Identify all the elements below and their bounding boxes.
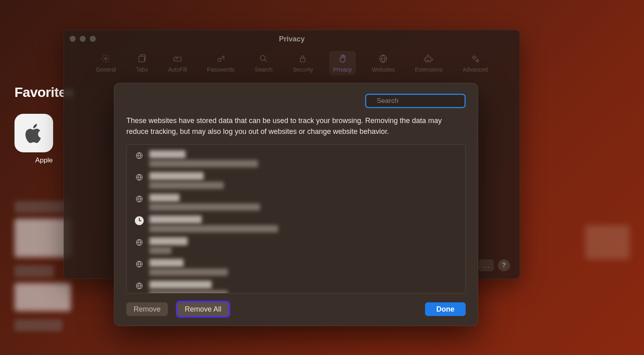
- website-data-text: [149, 215, 278, 232]
- website-data-row[interactable]: [127, 257, 465, 278]
- website-data-row[interactable]: [127, 170, 465, 191]
- website-data-row[interactable]: [127, 235, 465, 257]
- tab-general[interactable]: General: [92, 51, 120, 75]
- website-data-list[interactable]: [126, 144, 466, 293]
- tab-passwords[interactable]: Passwords: [203, 51, 238, 75]
- globe-icon: [135, 151, 144, 160]
- overflow-button[interactable]: ...: [479, 259, 494, 271]
- done-button[interactable]: Done: [425, 302, 466, 316]
- website-data-text: [149, 237, 188, 254]
- gears-icon: [470, 53, 481, 64]
- globe-icon: [135, 238, 144, 247]
- svg-point-4: [260, 55, 265, 60]
- svg-point-7: [473, 56, 475, 59]
- puzzle-icon: [423, 53, 434, 64]
- svg-rect-1: [139, 56, 144, 62]
- website-data-text: [149, 150, 258, 167]
- tab-search[interactable]: Search: [251, 51, 277, 75]
- bg-blurred-thumbs-left: [14, 201, 71, 337]
- tab-websites[interactable]: Websites: [368, 51, 399, 75]
- window-title: Privacy: [64, 35, 520, 43]
- website-data-row[interactable]: [127, 278, 465, 293]
- remove-all-button[interactable]: Remove All: [178, 302, 229, 316]
- lock-icon: [297, 53, 308, 64]
- tabs-icon: [137, 53, 147, 64]
- globe-icon: [378, 53, 388, 64]
- gear-icon: [101, 53, 111, 64]
- svg-point-3: [218, 58, 221, 62]
- website-data-text: [149, 194, 260, 211]
- tab-advanced[interactable]: Advanced: [458, 51, 491, 75]
- globe-icon: [135, 260, 144, 269]
- website-data-text: [149, 281, 228, 293]
- svg-point-8: [476, 60, 478, 62]
- pencil-box-icon: [172, 53, 183, 64]
- remove-button[interactable]: Remove: [126, 302, 168, 316]
- help-button[interactable]: ?: [498, 259, 510, 271]
- search-field-wrapper[interactable]: [365, 94, 466, 108]
- sheet-description: These websites have stored data that can…: [126, 115, 460, 137]
- tab-privacy[interactable]: Privacy: [329, 51, 356, 75]
- clock-icon: [135, 216, 144, 225]
- favorite-tile-apple[interactable]: [14, 114, 53, 152]
- key-icon: [216, 53, 226, 64]
- website-data-text: [149, 172, 224, 189]
- globe-icon: [135, 281, 144, 290]
- svg-rect-5: [300, 58, 305, 62]
- tab-extensions[interactable]: Extensions: [411, 51, 446, 75]
- apple-logo-icon: [22, 121, 45, 145]
- website-data-sheet: These websites have stored data that can…: [114, 83, 478, 326]
- website-data-row[interactable]: [127, 148, 465, 170]
- magnify-icon: [258, 53, 269, 64]
- globe-icon: [135, 195, 144, 203]
- globe-icon: [135, 173, 144, 182]
- search-input[interactable]: [377, 97, 462, 105]
- bg-blurred-thumb-right: [585, 225, 630, 259]
- hand-icon: [337, 53, 348, 64]
- tab-autofill[interactable]: AutoFill: [164, 51, 191, 75]
- website-data-row[interactable]: [127, 191, 465, 213]
- svg-point-0: [105, 57, 107, 60]
- tab-security[interactable]: Security: [289, 51, 317, 75]
- website-data-row[interactable]: [127, 213, 465, 235]
- tab-tabs[interactable]: Tabs: [132, 51, 152, 75]
- website-data-text: [149, 259, 228, 276]
- preferences-toolbar: General Tabs AutoFill Passwords Search S…: [64, 51, 520, 75]
